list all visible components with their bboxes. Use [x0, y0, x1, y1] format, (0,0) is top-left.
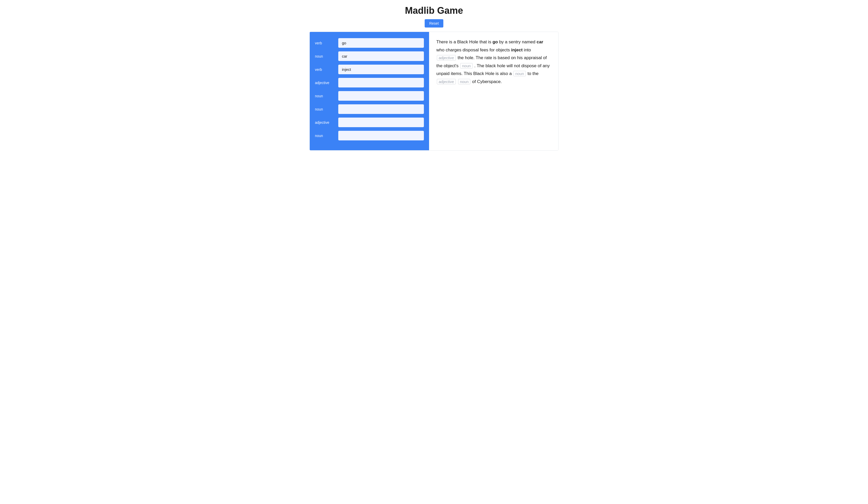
story-panel: There is a Black Hole that is go by a se…	[429, 32, 558, 150]
story-placeholder2: noun	[460, 63, 472, 69]
page-title: Madlib Game	[5, 5, 863, 16]
input-field-verb2[interactable]	[338, 65, 424, 74]
input-row-noun1: noun	[315, 51, 424, 61]
story-suffix: of Cyberspace.	[471, 79, 502, 84]
story-placeholder5: noun	[458, 79, 470, 84]
input-label-noun3: noun	[315, 107, 338, 111]
story-word3: inject	[511, 48, 523, 52]
story-middle6: to the	[526, 71, 539, 76]
main-container: verbnounverbadjectivenounnounadjectiveno…	[309, 32, 559, 151]
story-placeholder1: adjective	[437, 55, 456, 61]
input-field-noun1[interactable]	[338, 51, 424, 61]
story-middle2: who charges disposal fees for objects	[436, 48, 511, 52]
story-text: There is a Black Hole that is go by a se…	[436, 38, 551, 86]
story-middle1: by a sentry named	[498, 40, 536, 44]
input-row-verb2: verb	[315, 65, 424, 74]
input-row-verb1: verb	[315, 38, 424, 48]
input-field-verb1[interactable]	[338, 38, 424, 48]
input-row-adjective1: adjective	[315, 78, 424, 88]
story-word1: go	[492, 40, 498, 44]
input-row-adjective2: adjective	[315, 117, 424, 127]
input-panel: verbnounverbadjectivenounnounadjectiveno…	[310, 32, 429, 150]
input-row-noun4: noun	[315, 131, 424, 141]
input-label-verb2: verb	[315, 68, 338, 72]
page-header: Madlib Game Reset	[5, 5, 863, 28]
input-field-adjective1[interactable]	[338, 78, 424, 88]
reset-button[interactable]: Reset	[425, 19, 444, 28]
story-middle3: into	[523, 48, 531, 52]
input-row-noun2: noun	[315, 91, 424, 101]
input-label-adjective2: adjective	[315, 121, 338, 125]
input-field-noun2[interactable]	[338, 91, 424, 101]
story-placeholder4: adjective	[437, 79, 456, 84]
story-placeholder3: noun	[513, 71, 526, 76]
input-row-noun3: noun	[315, 104, 424, 114]
input-label-noun4: noun	[315, 134, 338, 138]
input-label-verb1: verb	[315, 41, 338, 45]
input-field-noun3[interactable]	[338, 104, 424, 114]
input-field-noun4[interactable]	[338, 131, 424, 141]
input-label-noun2: noun	[315, 94, 338, 98]
story-prefix1: There is a Black Hole that is	[436, 40, 492, 44]
input-field-adjective2[interactable]	[338, 117, 424, 127]
story-word2: car	[536, 40, 543, 44]
input-label-noun1: noun	[315, 54, 338, 59]
input-label-adjective1: adjective	[315, 81, 338, 85]
